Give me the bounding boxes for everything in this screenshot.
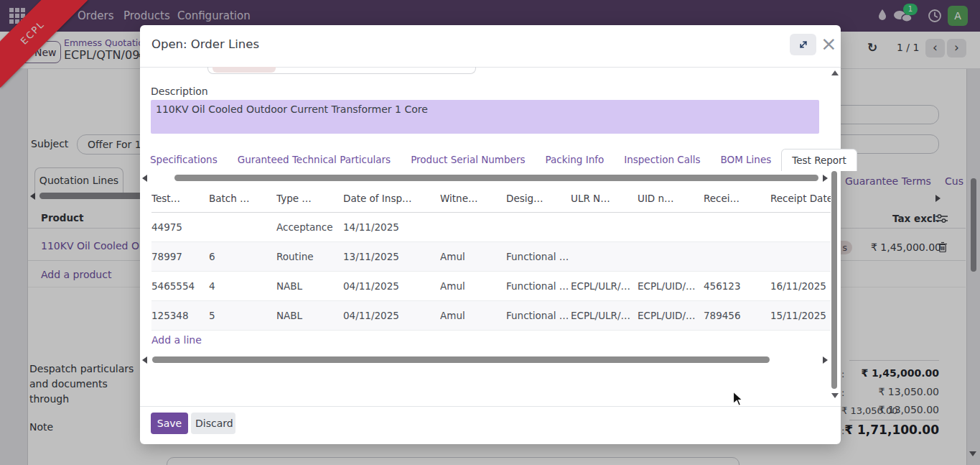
tab-specifications[interactable]: Specifications [140, 149, 228, 171]
modal-title: Open: Order Lines [151, 37, 259, 51]
cell-type[interactable]: Routine [276, 242, 343, 271]
table-row[interactable]: 78997 6 Routine 13/11/2025 Amul Function… [151, 242, 831, 272]
discard-button[interactable]: Discard [191, 413, 235, 434]
cell-receipt[interactable] [704, 213, 770, 241]
col-header-receipt-date[interactable]: Receipt Date [770, 185, 831, 212]
col-header-type[interactable]: Type … [276, 185, 343, 212]
tab-bom-lines[interactable]: BOM Lines [711, 149, 782, 171]
table-row[interactable]: 44975 Acceptance 14/11/2025 [151, 213, 831, 242]
cell-type[interactable]: NABL [276, 272, 343, 300]
cell-uid[interactable]: ECPL/UID/… [638, 272, 704, 300]
tab-inspection-calls[interactable]: Inspection Calls [614, 149, 710, 171]
cell-test-no[interactable]: 78997 [151, 242, 209, 271]
modal-tab-bar: Specifications Guranteed Technical Parti… [140, 149, 857, 171]
col-header-uid-no[interactable]: UID n… [638, 185, 704, 212]
modal-hscroll-bottom-right-icon[interactable] [823, 356, 828, 364]
modal-footer: Save Discard [140, 406, 841, 445]
screen: Sales Orders Products Configuration 1 A … [0, 0, 980, 465]
cell-ulr[interactable]: ECPL/ULR/… [571, 301, 638, 330]
tab-product-serial-numbers[interactable]: Product Serial Numbers [401, 149, 535, 171]
cell-ulr[interactable] [571, 213, 638, 241]
cell-witness[interactable] [440, 213, 506, 241]
table-row[interactable]: 125348 5 NABL 04/11/2025 Amul Functional… [151, 301, 831, 331]
cell-ulr[interactable] [571, 242, 638, 271]
expand-button[interactable] [790, 34, 816, 55]
col-header-date-of-inspection[interactable]: Date of Insp… [343, 185, 440, 212]
order-lines-modal: Open: Order Lines × Description 110KV Oi… [140, 25, 841, 444]
modal-hscroll-bottom-thumb[interactable] [152, 356, 770, 363]
modal-hscroll-bottom-left-icon[interactable] [142, 356, 147, 364]
cell-date[interactable]: 14/11/2025 [343, 213, 440, 241]
tab-guranteed-technical-particulars[interactable]: Guranteed Technical Particulars [228, 149, 401, 171]
scrolled-field-partial[interactable] [207, 67, 476, 74]
test-report-table: Test… Batch … Type … Date of Insp… Witne… [140, 185, 831, 331]
cell-witness[interactable]: Amul [440, 301, 506, 330]
cell-batch[interactable]: 5 [209, 301, 276, 330]
expand-icon [798, 40, 808, 50]
cell-receipt-date[interactable]: 15/11/2025 [770, 301, 831, 330]
modal-hscroll-top-right-icon[interactable] [823, 175, 828, 182]
cell-uid[interactable] [638, 213, 704, 241]
cell-witness[interactable]: Amul [440, 242, 506, 271]
cell-batch[interactable]: 6 [209, 242, 276, 271]
modal-vscroll-up-icon[interactable] [831, 70, 839, 75]
cell-receipt[interactable] [704, 242, 770, 271]
cell-receipt[interactable]: 789456 [704, 301, 770, 330]
col-header-designation[interactable]: Desig… [506, 185, 571, 212]
cell-date[interactable]: 04/11/2025 [343, 272, 440, 300]
add-a-line-link[interactable]: Add a line [151, 334, 202, 346]
cell-ulr[interactable]: ECPL/ULR/… [571, 272, 638, 300]
cell-uid[interactable] [638, 242, 704, 271]
cell-designation[interactable]: Functional … [506, 301, 571, 330]
cell-receipt[interactable]: 456123 [704, 272, 770, 300]
cell-receipt-date[interactable]: 16/11/2025 [770, 272, 831, 300]
modal-vscroll-thumb[interactable] [831, 171, 837, 389]
col-header-receipt[interactable]: Recei… [704, 185, 770, 212]
col-header-batch[interactable]: Batch … [209, 185, 276, 212]
modal-vscroll-down-icon[interactable] [831, 393, 839, 398]
cell-uid[interactable]: ECPL/UID/… [638, 301, 704, 330]
cell-batch[interactable] [209, 213, 276, 241]
cell-batch[interactable]: 4 [209, 272, 276, 300]
cell-test-no[interactable]: 125348 [151, 301, 209, 330]
cell-type[interactable]: Acceptance [276, 213, 343, 241]
col-header-witness[interactable]: Witne… [440, 185, 506, 212]
modal-hscroll-top-thumb[interactable] [174, 175, 818, 181]
cell-date[interactable]: 04/11/2025 [343, 301, 440, 330]
tab-test-report[interactable]: Test Report [781, 149, 857, 171]
cell-receipt-date[interactable] [770, 242, 831, 271]
cell-date[interactable]: 13/11/2025 [343, 242, 440, 271]
mouse-cursor [732, 391, 744, 407]
save-button[interactable]: Save [151, 413, 188, 434]
cell-designation[interactable]: Functional … [506, 272, 571, 300]
tab-packing-info[interactable]: Packing Info [535, 149, 614, 171]
cell-receipt-date[interactable] [770, 213, 831, 241]
col-header-test[interactable]: Test… [151, 185, 209, 212]
description-label: Description [151, 86, 208, 97]
cell-designation[interactable] [506, 213, 571, 241]
close-icon[interactable]: × [818, 31, 840, 56]
table-header-row: Test… Batch … Type … Date of Insp… Witne… [151, 185, 831, 213]
cell-type[interactable]: NABL [276, 301, 343, 330]
table-row[interactable]: 5465554 4 NABL 04/11/2025 Amul Functiona… [151, 272, 831, 301]
tag-pill-partial [213, 67, 276, 73]
cell-witness[interactable]: Amul [440, 272, 506, 300]
description-textarea[interactable]: 110KV Oil Cooled Outdoor Current Transfo… [151, 100, 819, 134]
cell-test-no[interactable]: 44975 [151, 213, 209, 241]
modal-hscroll-top-left-icon[interactable] [142, 175, 147, 182]
cell-test-no[interactable]: 5465554 [151, 272, 209, 300]
cell-designation[interactable]: Functional … [506, 242, 571, 271]
col-header-ulr-no[interactable]: ULR N… [571, 185, 638, 212]
